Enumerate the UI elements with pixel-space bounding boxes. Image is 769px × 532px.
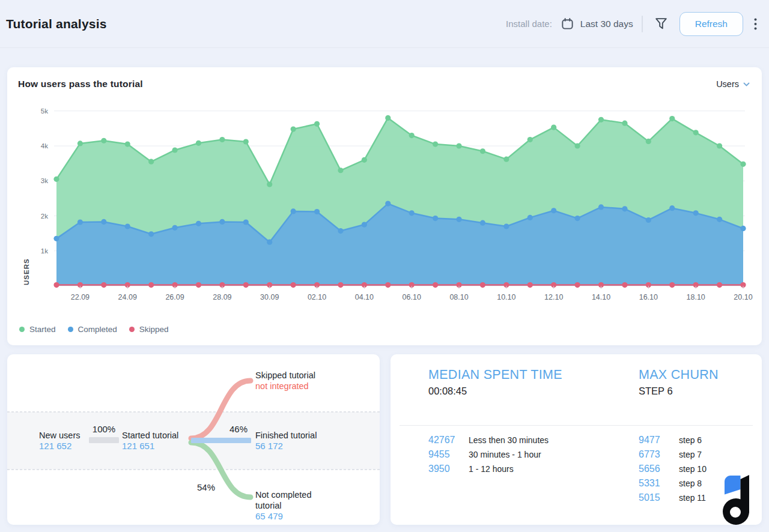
new-users-label: New users <box>39 430 81 441</box>
legend-dot-skipped <box>129 327 135 332</box>
max-churn-block: MAX CHURN STEP 6 <box>639 354 719 397</box>
median-spent-time-value: 00:08:45 <box>428 385 562 397</box>
svg-text:18.10: 18.10 <box>687 293 705 301</box>
svg-text:08.10: 08.10 <box>449 293 468 301</box>
spent-time-row: 42767Less then 30 minutes <box>428 434 549 448</box>
new-users-value: 121 652 <box>39 441 81 452</box>
main-content: How users pass the tutorial Users 1k2k3k… <box>0 67 769 525</box>
page-header: Tutorial analysis Install date: Last 30 … <box>0 0 769 48</box>
chevron-down-icon <box>743 82 750 86</box>
svg-text:3k: 3k <box>41 177 48 184</box>
svg-text:02.10: 02.10 <box>308 293 326 301</box>
svg-text:12.10: 12.10 <box>544 293 563 301</box>
finished-value: 56 172 <box>255 441 317 452</box>
churn-row: 6773step 7 <box>639 448 707 462</box>
calendar-icon <box>561 17 574 31</box>
bottom-row: New users 121 652 100% Started tutorial … <box>7 354 762 525</box>
funnel-stage-finished: Finished tutorial 56 172 <box>255 430 317 452</box>
page-title: Tutorial analysis <box>6 17 107 31</box>
not-completed-label-line1: Not completed <box>255 489 312 500</box>
finished-label: Finished tutorial <box>255 430 317 441</box>
svg-text:4k: 4k <box>41 142 48 150</box>
funnel-stage-started: Started tutorial 121 651 <box>122 430 178 452</box>
started-label: Started tutorial <box>122 430 178 441</box>
started-percent: 100% <box>88 424 120 434</box>
median-spent-time-block: MEDIAN SPENT TIME 00:08:45 <box>428 354 562 397</box>
svg-text:06.10: 06.10 <box>403 293 421 301</box>
svg-text:10.10: 10.10 <box>497 293 515 301</box>
skipped-label: Skipped tutorial <box>255 370 315 381</box>
kebab-menu-button[interactable] <box>752 16 759 32</box>
svg-text:USERS: USERS <box>23 258 30 285</box>
svg-text:04.10: 04.10 <box>355 293 374 301</box>
legend-dot-completed <box>68 327 73 332</box>
logo-blue-flag <box>725 476 741 495</box>
spent-time-row: 945530 minutes - 1 hour <box>428 448 549 462</box>
chart-card-header: How users pass the tutorial Users <box>7 67 762 101</box>
churn-row: 5331step 8 <box>639 477 707 491</box>
svg-text:20.10: 20.10 <box>734 293 752 301</box>
stats-card: MEDIAN SPENT TIME 00:08:45 MAX CHURN STE… <box>391 354 762 525</box>
date-range-picker[interactable]: Last 30 days <box>561 17 633 31</box>
tutorial-area-chart[interactable]: 1k2k3k4k5k22.0924.0926.0928.0930.0902.10… <box>7 67 762 345</box>
max-churn-value: STEP 6 <box>639 385 719 397</box>
not-completed-value: 65 479 <box>255 511 312 522</box>
svg-text:14.10: 14.10 <box>592 293 610 301</box>
header-divider <box>642 16 643 32</box>
churn-row: 5656step 10 <box>639 462 707 477</box>
churn-row: 5015step 11 <box>639 491 707 506</box>
svg-text:24.09: 24.09 <box>118 293 137 301</box>
install-date-label: Install date: <box>506 19 552 29</box>
chart-title: How users pass the tutorial <box>18 79 143 89</box>
kebab-icon <box>754 18 757 30</box>
logo-d-hole <box>730 507 741 518</box>
svg-text:22.09: 22.09 <box>71 293 90 301</box>
svg-text:2k: 2k <box>41 213 48 220</box>
legend-dot-started <box>19 327 25 332</box>
spent-time-rows: 42767Less then 30 minutes 945530 minutes… <box>428 434 549 477</box>
chart-legend: Started Completed Skipped <box>19 325 169 334</box>
spent-time-row: 39501 - 12 hours <box>428 462 549 477</box>
funnel-stage-not-completed: Not completed tutorial 65 479 <box>255 489 312 522</box>
legend-item-started[interactable]: Started <box>19 325 56 334</box>
filter-button[interactable] <box>651 14 671 34</box>
median-spent-time-title: MEDIAN SPENT TIME <box>428 367 562 382</box>
legend-item-completed[interactable]: Completed <box>68 325 117 334</box>
funnel-stage-new-users: New users 121 652 <box>39 430 81 452</box>
chart-card: How users pass the tutorial Users 1k2k3k… <box>7 67 762 345</box>
legend-item-skipped[interactable]: Skipped <box>129 325 169 334</box>
svg-text:5k: 5k <box>41 107 48 115</box>
svg-text:28.09: 28.09 <box>213 293 231 301</box>
not-completed-label-line2: tutorial <box>255 500 312 511</box>
metric-selector-dropdown[interactable]: Users <box>716 79 750 89</box>
started-value: 121 651 <box>122 441 178 452</box>
finished-percent: 46% <box>223 424 254 434</box>
churn-rows: 9477step 6 6773step 7 5656step 10 5331st… <box>639 434 707 506</box>
metric-selector-value: Users <box>716 79 739 89</box>
devtodev-logo <box>722 473 752 528</box>
stats-divider <box>400 425 753 426</box>
header-controls: Install date: Last 30 days Refresh <box>506 12 759 36</box>
svg-text:30.09: 30.09 <box>260 293 279 301</box>
date-range-value: Last 30 days <box>580 19 633 29</box>
funnel-stage-skipped: Skipped tutorial not integrated <box>255 370 315 391</box>
svg-text:16.10: 16.10 <box>639 293 658 301</box>
filter-icon <box>654 16 669 31</box>
funnel-card: New users 121 652 100% Started tutorial … <box>7 354 380 525</box>
finished-flow-bar <box>191 438 251 443</box>
max-churn-title: MAX CHURN <box>639 367 719 382</box>
churn-row: 9477step 6 <box>639 434 707 448</box>
refresh-button[interactable]: Refresh <box>679 12 743 36</box>
svg-text:26.09: 26.09 <box>165 293 184 301</box>
not-completed-percent: 54% <box>191 482 221 492</box>
funnel-gray-connector <box>89 437 119 443</box>
svg-text:1k: 1k <box>41 247 48 255</box>
skipped-note: not integrated <box>255 381 315 391</box>
